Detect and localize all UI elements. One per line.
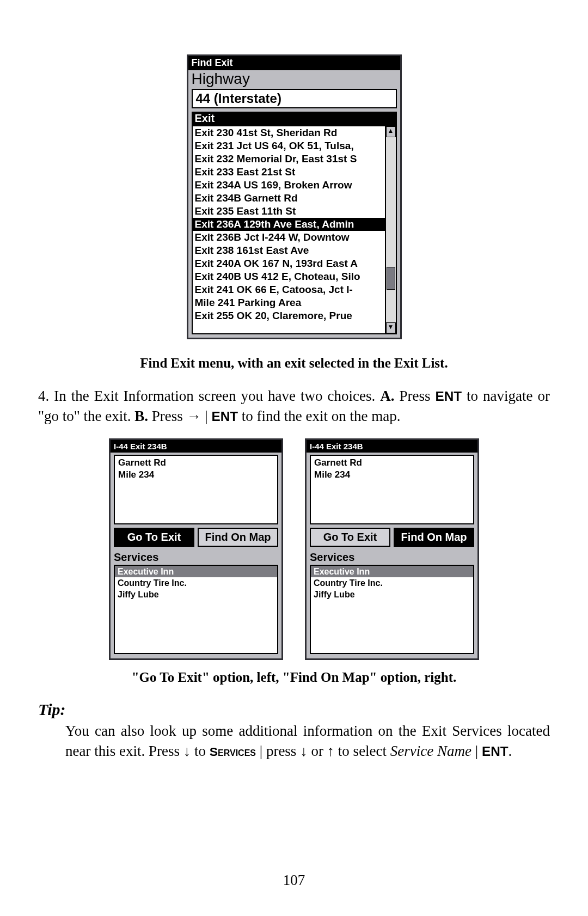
list-item[interactable]: Exit 240B US 412 E, Choteau, Silo [193,270,386,283]
list-item[interactable]: Exit 233 East 21st St [193,166,386,179]
highway-label: Highway [188,70,400,88]
list-item[interactable]: Exit 234A US 169, Broken Arrow [193,179,386,192]
exit-list[interactable]: Exit 230 41st St, Sheridan RdExit 231 Jc… [192,125,397,334]
list-item[interactable]: Exit 235 East 11th St [193,205,386,218]
exit-info-screen-right: I-44 Exit 234B Garnett Rd Mile 234 Go To… [305,438,479,660]
list-item[interactable]: Executive Inn [311,566,473,577]
list-item[interactable]: Exit 234B Garnett Rd [193,192,386,205]
exit-info-box: Garnett Rd Mile 234 [310,455,474,524]
list-item[interactable]: Exit 230 41st St, Sheridan Rd [193,126,386,139]
list-item[interactable]: Exit 240A OK 167 N, 193rd East A [193,257,386,270]
scroll-down-icon[interactable]: ▼ [386,322,396,333]
exit-info-screen-left: I-44 Exit 234B Garnett Rd Mile 234 Go To… [109,438,283,660]
list-item[interactable]: Country Tire Inc. [115,577,277,589]
find-on-map-button[interactable]: Find On Map [394,528,474,547]
services-label: Services [310,551,474,564]
find-on-map-button[interactable]: Find On Map [198,528,278,547]
window-title: I-44 Exit 234B [307,440,477,453]
go-to-exit-button[interactable]: Go To Exit [310,528,390,547]
list-item[interactable]: Exit 238 161st East Ave [193,244,386,257]
list-item[interactable]: Exit 236A 129th Ave East, Admin [193,218,386,231]
exit-name: Garnett Rd [314,457,470,469]
list-item[interactable]: Executive Inn [115,566,277,577]
scroll-thumb[interactable] [386,137,396,322]
find-exit-screen: Find Exit Highway 44 (Interstate) Exit E… [187,54,402,339]
list-item[interactable]: Jiffy Lube [311,589,473,600]
list-item[interactable]: Exit 236B Jct I-244 W, Downtow [193,231,386,244]
scrollbar[interactable]: ▲ ▼ [385,126,396,333]
go-to-exit-button[interactable]: Go To Exit [114,528,194,547]
figure-caption: "Go To Exit" option, left, "Find On Map"… [38,670,550,685]
list-item[interactable]: Jiffy Lube [115,589,277,600]
list-item[interactable]: Exit 231 Jct US 64, OK 51, Tulsa, [193,139,386,152]
exit-mile: Mile 234 [118,469,274,481]
highway-field[interactable]: 44 (Interstate) [192,89,397,108]
page-number: 107 [0,872,588,889]
services-label: Services [114,551,278,564]
figure-caption: Find Exit menu, with an exit selected in… [38,356,550,371]
list-item[interactable]: Exit 232 Memorial Dr, East 31st S [193,152,386,166]
services-list[interactable]: Executive InnCountry Tire Inc.Jiffy Lube [310,565,474,654]
tip-body: You can also look up some additional inf… [65,721,550,762]
services-list[interactable]: Executive InnCountry Tire Inc.Jiffy Lube [114,565,278,654]
exit-mile: Mile 234 [314,469,470,481]
list-item[interactable]: Exit 255 OK 20, Claremore, Prue [193,309,386,322]
step-4-text: 4. In the Exit Information screen you ha… [38,386,550,426]
exit-header: Exit [192,112,397,125]
exit-name: Garnett Rd [118,457,274,469]
list-item[interactable]: Exit 241 OK 66 E, Catoosa, Jct I- [193,283,386,296]
scroll-up-icon[interactable]: ▲ [386,126,396,137]
list-item[interactable]: Country Tire Inc. [311,577,473,589]
list-item[interactable]: Mile 241 Parking Area [193,296,386,309]
exit-info-box: Garnett Rd Mile 234 [114,455,278,524]
window-title: Find Exit [188,56,400,70]
tip-heading: Tip: [38,700,550,719]
window-title: I-44 Exit 234B [111,440,281,453]
